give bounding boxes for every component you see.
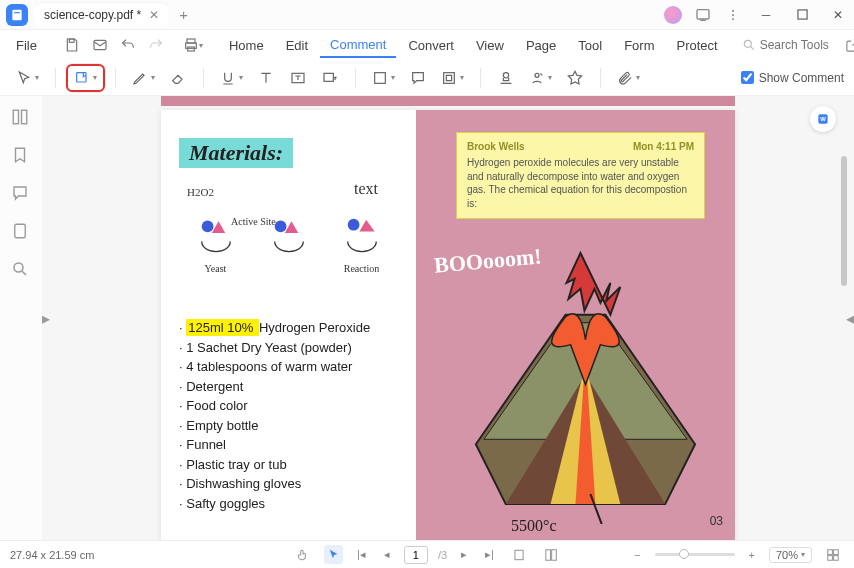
app-icon [6, 4, 28, 26]
menu-comment[interactable]: Comment [320, 33, 396, 58]
comment-author: Brook Wells [467, 141, 525, 152]
menu-bar: File ▾ Home Edit Comment Convert View Pa… [0, 30, 854, 60]
hand-tool-icon[interactable] [292, 546, 314, 564]
svg-point-28 [347, 219, 359, 231]
zoom-out-icon[interactable]: − [630, 547, 644, 563]
menu-form[interactable]: Form [614, 34, 664, 57]
page-number-input[interactable] [404, 546, 428, 564]
document-viewport[interactable]: Materials: text H2O2 Active Site Yeast [42, 96, 854, 540]
redo-icon[interactable] [145, 34, 167, 56]
menu-tool[interactable]: Tool [568, 34, 612, 57]
bookmarks-icon[interactable] [11, 146, 31, 166]
view-mode-icon[interactable] [822, 546, 844, 564]
eraser-tool[interactable] [163, 64, 193, 92]
last-page-icon[interactable]: ▸| [481, 546, 498, 563]
save-icon[interactable] [61, 34, 83, 56]
stamp-custom-tool[interactable] [560, 64, 590, 92]
close-window-button[interactable]: ✕ [822, 1, 854, 29]
highlight-area-tool[interactable]: ▾ [435, 64, 470, 92]
menu-file[interactable]: File [8, 34, 45, 57]
select-mode-icon[interactable] [324, 545, 343, 564]
zoom-in-icon[interactable]: + [745, 547, 759, 563]
menu-protect[interactable]: Protect [666, 34, 727, 57]
fit-page-icon[interactable] [540, 546, 562, 564]
attachments-panel-icon[interactable] [11, 222, 31, 242]
minimize-button[interactable]: ─ [750, 1, 782, 29]
zoom-percent[interactable]: 70%▾ [769, 547, 812, 563]
page-right-column: Brook Wells Mon 4:11 PM Hydrogen peroxid… [416, 110, 735, 540]
external-link-icon[interactable] [842, 34, 854, 56]
svg-rect-35 [552, 549, 557, 560]
shape-tool[interactable]: ▾ [366, 64, 401, 92]
select-tool[interactable]: ▾ [10, 64, 45, 92]
menu-view[interactable]: View [466, 34, 514, 57]
attachment-tool[interactable]: ▾ [611, 64, 646, 92]
svg-rect-38 [828, 555, 833, 560]
profile-icon[interactable] [660, 3, 686, 27]
comments-panel-icon[interactable] [11, 184, 31, 204]
first-page-icon[interactable]: |◂ [353, 546, 370, 563]
comment-time: Mon 4:11 PM [633, 141, 694, 152]
scrollbar-thumb[interactable] [841, 156, 847, 286]
svg-point-12 [744, 40, 751, 47]
highlight-annotation[interactable]: 125ml 10% [186, 319, 259, 336]
svg-rect-22 [15, 224, 26, 238]
main-area: ▸ Materials: text H2O2 Active Site Yeast [0, 96, 854, 540]
search-panel-icon[interactable] [11, 260, 31, 280]
pencil-tool[interactable]: ▾ [126, 64, 161, 92]
menu-page[interactable]: Page [516, 34, 566, 57]
title-bar: science-copy.pdf * ✕ + ─ ✕ [0, 0, 854, 30]
expand-right-icon[interactable]: ◂ [846, 309, 854, 328]
prev-page-icon[interactable]: ◂ [380, 546, 394, 563]
kebab-menu-icon[interactable] [720, 3, 746, 27]
svg-rect-11 [188, 47, 195, 51]
show-comment-checkbox[interactable] [741, 71, 754, 84]
stamp-tool[interactable] [491, 64, 521, 92]
list-item: Dishwashing gloves [179, 474, 398, 494]
maximize-button[interactable] [786, 1, 818, 29]
search-tools[interactable] [742, 38, 840, 52]
menu-convert[interactable]: Convert [398, 34, 464, 57]
close-tab-icon[interactable]: ✕ [149, 8, 159, 22]
svg-marker-29 [359, 220, 374, 232]
thumbnails-icon[interactable] [11, 108, 31, 128]
comment-popup[interactable]: Brook Wells Mon 4:11 PM Hydrogen peroxid… [456, 132, 705, 219]
svg-rect-20 [13, 110, 18, 124]
document-page: Materials: text H2O2 Active Site Yeast [161, 110, 735, 540]
zoom-slider[interactable] [655, 553, 735, 556]
print-icon[interactable]: ▾ [183, 34, 203, 56]
page-total: /3 [438, 549, 447, 561]
note-tool[interactable]: ▾ [66, 64, 105, 92]
text-tool[interactable] [251, 64, 281, 92]
signature-tool[interactable]: ▾ [523, 64, 558, 92]
ai-assistant-badge[interactable]: W [810, 106, 836, 132]
svg-point-5 [732, 18, 734, 20]
svg-point-18 [503, 72, 508, 77]
text-box-tool[interactable] [283, 64, 313, 92]
new-tab-button[interactable]: + [179, 6, 188, 23]
search-tools-input[interactable] [760, 38, 840, 52]
fit-width-icon[interactable] [508, 546, 530, 564]
zoom-slider-thumb[interactable] [679, 549, 689, 559]
menu-edit[interactable]: Edit [276, 34, 318, 57]
undo-icon[interactable] [117, 34, 139, 56]
callout-tool[interactable] [315, 64, 345, 92]
svg-rect-33 [515, 550, 523, 559]
show-comment-toggle[interactable]: Show Comment [741, 71, 844, 85]
document-tab[interactable]: science-copy.pdf * ✕ [34, 3, 169, 27]
svg-rect-36 [828, 549, 833, 554]
list-item: 4 tablespoons of warm water [179, 357, 398, 377]
svg-point-19 [535, 73, 539, 77]
scrollbar[interactable] [841, 156, 847, 530]
list-item: Detergent [179, 377, 398, 397]
menu-home[interactable]: Home [219, 34, 274, 57]
volcano-illustration [436, 245, 715, 524]
svg-rect-1 [14, 12, 20, 13]
underline-tool[interactable]: ▾ [214, 64, 249, 92]
feedback-icon[interactable] [690, 3, 716, 27]
next-page-icon[interactable]: ▸ [457, 546, 471, 563]
mail-icon[interactable] [89, 34, 111, 56]
svg-rect-7 [69, 39, 74, 42]
speech-bubble-tool[interactable] [403, 64, 433, 92]
svg-marker-27 [284, 221, 297, 233]
